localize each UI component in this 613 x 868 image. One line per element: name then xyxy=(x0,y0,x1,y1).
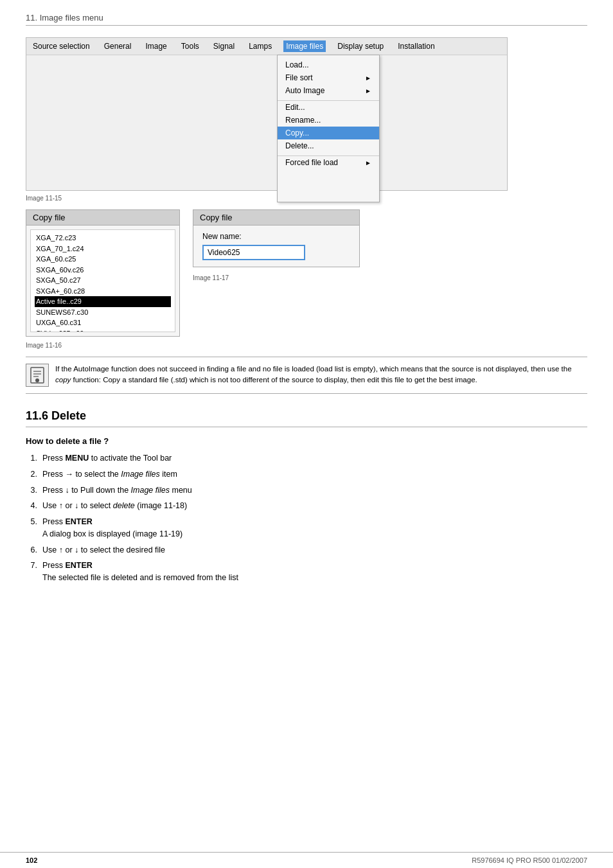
note-text: If the AutoImage function does not succe… xyxy=(55,364,587,386)
file-list[interactable]: XGA_72.c23 XGA_70_1.c24 XGA_60.c25 SXGA_… xyxy=(30,229,175,332)
list-item[interactable]: SUNEWS67.c30 xyxy=(35,307,171,318)
note-box: If the AutoImage function does not succe… xyxy=(26,357,587,394)
delete-section-title: 11.6 Delete xyxy=(26,409,587,427)
copy-file-new-title: Copy file xyxy=(193,210,359,226)
menu-item-installation[interactable]: Installation xyxy=(395,40,437,52)
image-files-dropdown: Load... File sort ► Auto Image ► Edit...… xyxy=(277,55,380,202)
dropdown-item-copy[interactable]: Copy... xyxy=(278,127,379,139)
image-label-17: Image 11-17 xyxy=(193,274,360,281)
menu-item-image[interactable]: Image xyxy=(143,40,169,52)
list-item[interactable]: SVideo625.s00 xyxy=(35,328,171,333)
new-name-label: New name: xyxy=(202,232,350,241)
delete-section: 11.6 Delete How to delete a file ? 1. Pr… xyxy=(26,409,587,584)
note-icon xyxy=(26,364,49,387)
page-footer: 102 R5976694 IQ PRO R500 01/02/2007 xyxy=(0,852,613,868)
step-7: 7. Press ENTERThe selected file is delet… xyxy=(26,560,587,584)
svg-point-4 xyxy=(35,378,39,382)
dropdown-item-file-sort[interactable]: File sort ► xyxy=(278,71,379,84)
dropdown-item-rename[interactable]: Rename... xyxy=(278,114,379,127)
menu-item-display-setup[interactable]: Display setup xyxy=(335,40,386,52)
arrow-right-icon-3: ► xyxy=(365,159,371,166)
step-3: 3. Press ↓ to Pull down the Image files … xyxy=(26,484,587,497)
menu-item-source-selection[interactable]: Source selection xyxy=(30,40,93,52)
footer-page-number: 102 xyxy=(26,856,37,864)
menu-item-signal[interactable]: Signal xyxy=(211,40,237,52)
copy-panels: Copy file XGA_72.c23 XGA_70_1.c24 XGA_60… xyxy=(26,209,587,337)
menu-item-general[interactable]: General xyxy=(102,40,134,52)
list-item[interactable]: XGA_72.c23 xyxy=(35,233,171,244)
step-4: 4. Use ↑ or ↓ to select delete (image 11… xyxy=(26,500,587,512)
dropdown-item-delete[interactable]: Delete... xyxy=(278,139,379,152)
arrow-right-icon: ► xyxy=(365,75,371,82)
menu-item-image-files[interactable]: Image files xyxy=(283,40,326,52)
list-item[interactable]: XGA_70_1.c24 xyxy=(35,244,171,254)
menu-screenshot: Source selection General Image Tools Sig… xyxy=(26,37,508,191)
list-item[interactable]: SXGA+_60.c28 xyxy=(35,286,171,297)
menu-bar: Source selection General Image Tools Sig… xyxy=(26,38,507,55)
new-name-input[interactable] xyxy=(202,245,305,260)
arrow-right-icon-2: ► xyxy=(365,87,371,94)
how-to-title: How to delete a file ? xyxy=(26,436,587,446)
list-item[interactable]: XGA_60.c25 xyxy=(35,254,171,265)
copy-file-new-panel: Copy file New name: xyxy=(193,209,360,267)
image-label-16: Image 11-16 xyxy=(26,342,587,349)
section-title: 11. Image files menu xyxy=(26,13,587,26)
step-5: 5. Press ENTERA dialog box is displayed … xyxy=(26,516,587,540)
list-item[interactable]: SXGA_50.c27 xyxy=(35,275,171,286)
step-1: 1. Press MENU to activate the Tool bar xyxy=(26,452,587,465)
dropdown-item-load[interactable]: Load... xyxy=(278,58,379,71)
step-6: 6. Use ↑ or ↓ to select the desired file xyxy=(26,544,587,556)
list-item-selected[interactable]: Active file..c29 xyxy=(35,296,171,307)
dropdown-item-auto-image[interactable]: Auto Image ► xyxy=(278,84,379,97)
copy-file-list-panel: Copy file XGA_72.c23 XGA_70_1.c24 XGA_60… xyxy=(26,209,180,337)
menu-item-lamps[interactable]: Lamps xyxy=(246,40,274,52)
menu-item-tools[interactable]: Tools xyxy=(179,40,202,52)
dropdown-item-edit[interactable]: Edit... xyxy=(278,100,379,114)
dropdown-item-forced-file-load[interactable]: Forced file load ► xyxy=(278,155,379,169)
copy-file-list-title: Copy file xyxy=(26,210,179,226)
page-content: 11. Image files menu Source selection Ge… xyxy=(0,0,613,607)
list-item[interactable]: SXGA_60v.c26 xyxy=(35,265,171,276)
steps-list: 1. Press MENU to activate the Tool bar 2… xyxy=(26,452,587,584)
footer-doc-info: R5976694 IQ PRO R500 01/02/2007 xyxy=(472,856,587,864)
list-item[interactable]: UXGA_60.c31 xyxy=(35,317,171,328)
step-2: 2. Press → to select the Image files ite… xyxy=(26,468,587,481)
